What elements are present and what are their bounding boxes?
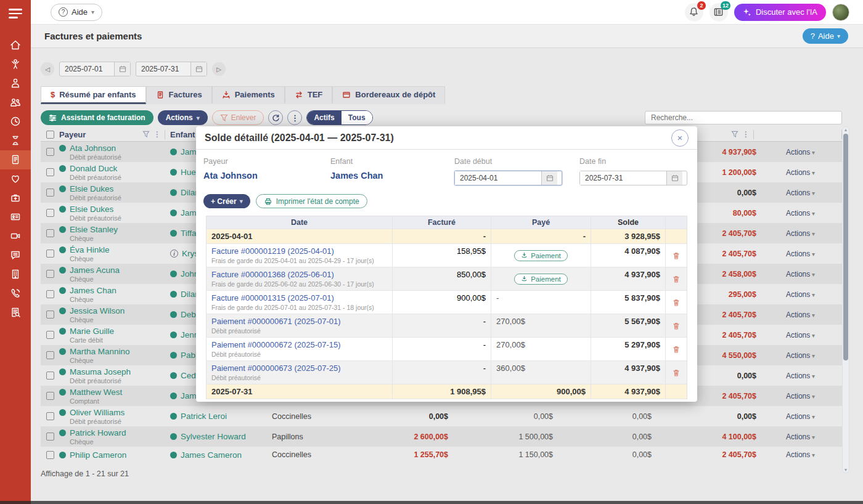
row-checkbox[interactable] <box>46 412 54 420</box>
payer-name-link[interactable]: Masuma Joseph <box>70 367 131 376</box>
payer-name-link[interactable]: James Chan <box>70 286 117 295</box>
tab-paiements[interactable]: Paiements <box>212 86 285 104</box>
delete-row-button[interactable] <box>672 251 681 260</box>
sidebar-item-home[interactable] <box>0 36 31 55</box>
payment-link[interactable]: Paiement #000000673 (2025-07-25) <box>211 364 387 373</box>
invoice-link[interactable]: Facture #000001315 (2025-07-01) <box>211 293 387 303</box>
payment-link[interactable]: Paiement #000000672 (2025-07-15) <box>211 340 387 349</box>
paiement-button[interactable]: Paiement <box>514 274 568 285</box>
row-checkbox[interactable] <box>46 451 54 459</box>
payment-link[interactable]: Paiement #000000671 (2025-07-01) <box>211 317 387 326</box>
row-actions-dropdown[interactable]: Actions ▾ <box>786 433 815 441</box>
column-menu-icon[interactable]: ⋮ <box>153 130 161 139</box>
news-button[interactable]: 12 <box>710 3 728 22</box>
sidebar-item-people[interactable] <box>0 93 31 112</box>
row-checkbox[interactable] <box>46 168 54 176</box>
sidebar-item-calls[interactable] <box>0 284 31 303</box>
sidebar-item-health[interactable] <box>0 169 31 189</box>
child-column-header[interactable]: Enfant <box>170 130 195 139</box>
row-actions-dropdown[interactable]: Actions ▾ <box>786 290 815 299</box>
child-name-link[interactable]: Patrick Leroi <box>181 412 227 421</box>
end-date-calendar-button[interactable] <box>190 62 207 76</box>
actions-dropdown[interactable]: Actions ▾ <box>158 110 208 125</box>
start-date-calendar-button[interactable] <box>114 62 130 76</box>
row-actions-dropdown[interactable]: Actions ▾ <box>786 450 815 459</box>
row-actions-dropdown[interactable]: Actions ▾ <box>786 229 815 238</box>
row-actions-dropdown[interactable]: Actions ▾ <box>786 148 815 156</box>
row-actions-dropdown[interactable]: Actions ▾ <box>786 351 815 360</box>
select-all-checkbox[interactable] <box>46 131 54 139</box>
next-period-button[interactable]: ▷ <box>212 62 226 76</box>
row-actions-dropdown[interactable]: Actions ▾ <box>786 189 815 197</box>
tab-resume-par-enfants[interactable]: $ Résumé par enfants <box>41 86 146 104</box>
row-checkbox[interactable] <box>46 433 54 441</box>
payer-name-link[interactable]: Oliver Williams <box>70 408 125 417</box>
funnel-icon[interactable] <box>731 131 738 138</box>
aide-help-button[interactable]: ? Aide ▾ <box>803 28 848 44</box>
row-actions-dropdown[interactable]: Actions ▾ <box>786 250 815 258</box>
tab-factures[interactable]: Factures <box>146 86 212 104</box>
close-button[interactable]: × <box>671 129 689 147</box>
sidebar-item-camera[interactable] <box>0 227 31 246</box>
search-input[interactable] <box>645 111 842 124</box>
ai-chat-button[interactable]: Discuter avec l'IA <box>734 4 826 21</box>
delete-row-button[interactable] <box>672 275 681 283</box>
child-name-link[interactable]: James Cameron <box>181 450 242 460</box>
row-checkbox[interactable] <box>46 148 54 156</box>
payer-column-header[interactable]: Payeur <box>59 130 86 139</box>
start-date-input[interactable] <box>60 62 114 76</box>
payer-name-link[interactable]: Elsie Dukes <box>70 205 113 214</box>
row-checkbox[interactable] <box>46 351 54 359</box>
sidebar-item-messages[interactable] <box>0 246 31 265</box>
row-checkbox[interactable] <box>46 331 54 339</box>
tab-bordereaux-de-depot[interactable]: Bordereaux de dépôt <box>332 86 445 104</box>
billing-assistant-button[interactable]: Assistant de facturation <box>41 110 153 125</box>
scroll-up-arrow-icon[interactable]: ▲ <box>843 128 849 132</box>
modal-start-date-calendar-button[interactable] <box>541 171 557 185</box>
row-checkbox[interactable] <box>46 392 54 400</box>
child-name-link[interactable]: James Chan <box>330 171 454 181</box>
hamburger-menu-icon[interactable] <box>9 9 22 18</box>
refresh-button[interactable] <box>268 110 283 125</box>
modal-start-date-input[interactable] <box>455 171 541 185</box>
payer-name-link[interactable]: Éva Hinkle <box>70 245 110 254</box>
sidebar-item-id-card[interactable] <box>0 208 31 227</box>
row-checkbox[interactable] <box>46 209 54 217</box>
invoice-link[interactable]: Facture #000001219 (2025-04-01) <box>211 246 387 256</box>
help-dropdown[interactable]: ? Aide ▾ <box>51 4 102 21</box>
delete-row-button[interactable] <box>672 368 681 377</box>
payer-name-link[interactable]: James Acuna <box>70 266 120 275</box>
modal-end-date-input[interactable] <box>580 171 666 185</box>
row-checkbox[interactable] <box>46 311 54 319</box>
payer-name-link[interactable]: Elsie Stanley <box>70 225 118 234</box>
sidebar-item-medical[interactable] <box>0 189 31 208</box>
payer-name-link[interactable]: Ata Johnson <box>70 144 116 153</box>
payer-name-link[interactable]: Donald Duck <box>70 164 117 173</box>
sidebar-item-educator[interactable] <box>0 74 31 93</box>
row-actions-dropdown[interactable]: Actions ▾ <box>786 412 815 421</box>
row-actions-dropdown[interactable]: Actions ▾ <box>786 311 815 319</box>
create-dropdown-button[interactable]: + Créer ▾ <box>203 194 250 208</box>
vertical-scrollbar[interactable]: ▲ ▼ <box>842 126 849 473</box>
sidebar-item-facility[interactable] <box>0 265 31 284</box>
remove-filter-button[interactable]: Enlever <box>212 110 264 125</box>
payer-name-link[interactable]: Martha Mannino <box>70 347 130 356</box>
paiement-button[interactable]: Paiement <box>514 250 568 261</box>
tab-tef[interactable]: TEF <box>285 86 333 104</box>
print-statement-button[interactable]: Imprimer l'état de compte <box>256 194 367 208</box>
payer-name-link[interactable]: Marie Guille <box>70 327 114 336</box>
row-actions-dropdown[interactable]: Actions ▾ <box>786 372 815 380</box>
payer-name-link[interactable]: Elsie Dukes <box>70 184 113 193</box>
row-checkbox[interactable] <box>46 270 54 278</box>
filter-tous-button[interactable]: Tous <box>342 111 372 124</box>
delete-row-button[interactable] <box>672 322 681 330</box>
previous-period-button[interactable]: ◁ <box>41 62 54 76</box>
row-actions-dropdown[interactable]: Actions ▾ <box>786 331 815 339</box>
sidebar-item-child[interactable] <box>0 55 31 74</box>
delete-row-button[interactable] <box>672 298 681 307</box>
payer-name-link[interactable]: Jessica Wilson <box>70 306 125 315</box>
row-actions-dropdown[interactable]: Actions ▾ <box>786 392 815 400</box>
invoice-link[interactable]: Facture #000001368 (2025-06-01) <box>211 270 387 279</box>
end-date-input[interactable] <box>136 62 190 76</box>
delete-row-button[interactable] <box>672 345 681 354</box>
